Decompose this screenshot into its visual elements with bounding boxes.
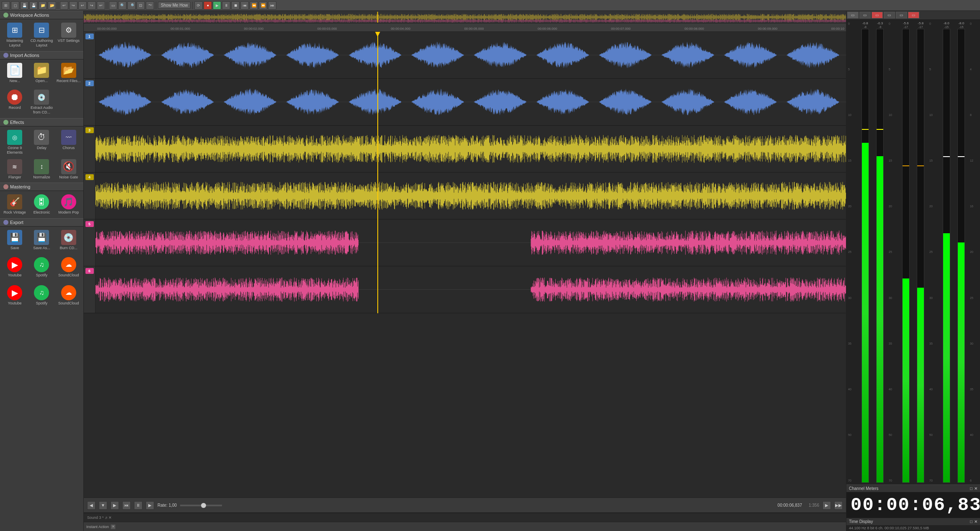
toolbar-btn-2[interactable]: ◻ (11, 1, 19, 10)
spotify-export-btn[interactable]: ♫ Spotify (28, 255, 54, 279)
chorus-btn[interactable]: 〰 Chorus (56, 128, 82, 157)
track-4-content[interactable] (95, 173, 846, 219)
playhead[interactable] (377, 32, 378, 313)
record-btn[interactable]: ⏺ Record (2, 88, 28, 116)
toolbar-btn-redo2[interactable]: ↪ (88, 1, 96, 10)
workspace-actions-grid: ⊞ Mastering Layout ⊟ CD Authoring Layout… (0, 19, 83, 51)
track-5-badge: 5 (85, 221, 94, 227)
time-display-close[interactable]: ✕ (974, 519, 977, 524)
meter-tab-1[interactable]: ▭ (847, 12, 859, 18)
rate-slider[interactable] (180, 505, 222, 506)
noise-gate-btn[interactable]: 🔇 Noise Gate (56, 157, 82, 181)
meter-tab-6[interactable]: ▭ (908, 12, 919, 18)
soundcloud-export-btn[interactable]: ☁ SoundCloud (56, 255, 82, 279)
cd-authoring-btn[interactable]: ⊟ CD Authoring Layout (28, 21, 54, 49)
transport-scroll-right[interactable]: ▶ (111, 501, 119, 510)
tech-info-bar: 44.100 Hz 8 bit 6 ch. 00:00:10,025 27.59… (846, 525, 980, 531)
toolbar-btn-6[interactable]: 📂 (48, 1, 56, 10)
ozone-btn[interactable]: ◎ Ozone 9 Elements (2, 128, 28, 157)
toolbar-btn-1[interactable]: ⊞ (2, 1, 10, 10)
youtube-export-btn[interactable]: ▶ Youtube (2, 255, 28, 279)
time-display-toggle[interactable]: □ (970, 519, 972, 524)
meter-ch1-sub: -8 (864, 26, 867, 28)
meter-tab-4[interactable]: ▭ (884, 12, 895, 18)
recent-files-btn[interactable]: 📂 Recent Files... (56, 61, 82, 85)
track-5-content[interactable] (95, 219, 846, 266)
open-file-btn[interactable]: 📁 Open... (28, 61, 54, 85)
meter-tab-3[interactable]: ▭ (872, 12, 883, 18)
toolbar-btn-wave[interactable]: 〜 (146, 1, 154, 10)
meter-channel-6: -8.0 -15 (954, 21, 969, 483)
time-display-controls: □ ✕ (970, 519, 977, 524)
meter-group-2: -5.6 -17 -5.8 -17 (899, 21, 928, 483)
meter-channel-2: -0.3 -9 (873, 21, 887, 483)
transport-play-2[interactable]: ⏸ (134, 501, 142, 510)
flanger-btn[interactable]: ≋ Flanger (2, 157, 28, 181)
electronic-icon: 🎛 (34, 194, 49, 209)
transport-play-3[interactable]: ▶ (146, 501, 154, 510)
save-as-btn[interactable]: 💾 Save As... (28, 228, 54, 252)
meter-ch3-sub: -17 (904, 26, 908, 28)
track-6-waveform (95, 266, 846, 313)
meter-tab-5[interactable]: ▭ (896, 12, 907, 18)
track-6-content[interactable] (95, 266, 846, 313)
burn-cd-btn[interactable]: 💿 Burn CD... (56, 228, 82, 252)
track-2-content[interactable] (95, 79, 846, 125)
new-file-btn[interactable]: 📄 New... (2, 61, 28, 85)
delay-btn[interactable]: ⏱ Delay (28, 128, 54, 157)
transport-prev[interactable]: ⏮ (240, 1, 249, 10)
meter-fill-2 (877, 156, 883, 482)
toolbar-btn-5[interactable]: 📁 (39, 1, 47, 10)
toolbar-btn-4[interactable]: 💾 (29, 1, 38, 10)
youtube-import-btn[interactable]: ▶ Youtube (2, 284, 28, 307)
instant-action-close[interactable]: ✕ (111, 524, 116, 529)
toolbar-btn-zoom2[interactable]: ⊡ (137, 1, 145, 10)
mastering-layout-btn[interactable]: ⊞ Mastering Layout (2, 21, 28, 49)
transport-loop[interactable]: ⟳ (194, 1, 203, 10)
normalize-btn[interactable]: ↕ Normalize (28, 157, 54, 181)
transport-rew[interactable]: ⏪ (250, 1, 258, 10)
channel-meters-close[interactable]: ✕ (974, 486, 977, 491)
transport-to-start[interactable]: ⏮ (122, 501, 131, 510)
meter-channel-3: -5.6 -17 (899, 21, 913, 483)
scroll-right-btn[interactable]: ▶ (823, 501, 831, 510)
track-2-waveform (95, 79, 846, 125)
import-actions-grid: 📄 New... 📁 Open... 📂 Recent Files... (0, 59, 83, 87)
transport-scroll-down[interactable]: ▼ (99, 501, 107, 510)
meter-tab-2[interactable]: ▭ (859, 12, 871, 18)
spotify-import-btn[interactable]: ♫ Spotify (28, 284, 54, 307)
track-1-content[interactable] (95, 32, 846, 78)
track-area[interactable]: 00:00:00.000 00:00:01.000 00:00:02.000 0… (84, 23, 846, 497)
transport-stop[interactable]: ⏹ (231, 1, 240, 10)
transport-fwd[interactable]: ⏩ (259, 1, 267, 10)
toolbar-btn-select[interactable]: ▭ (109, 1, 117, 10)
channel-meters-controls: □ ✕ (970, 486, 977, 491)
toolbar-btn-undo[interactable]: ↩ (60, 1, 68, 10)
meter-ch5-peak: -8.0 (944, 21, 949, 25)
extract-audio-btn[interactable]: 💿 Extract Audio from CD... (28, 88, 54, 116)
meter-peak-1 (862, 129, 869, 130)
toolbar-btn-3[interactable]: 💾 (20, 1, 28, 10)
toolbar-btn-redo[interactable]: ↪ (69, 1, 77, 10)
transport-scroll-left[interactable]: ◀ (87, 501, 95, 510)
rock-vintage-btn[interactable]: 🎸 Rock Vintage (2, 193, 28, 217)
track-3-content[interactable] (95, 126, 846, 172)
toolbar-btn-zoom-out[interactable]: 🔎 (127, 1, 136, 10)
electronic-btn[interactable]: 🎛 Electronic (28, 193, 54, 217)
toolbar-btn-undo3[interactable]: ↩ (97, 1, 105, 10)
toolbar-btn-undo2[interactable]: ↩ (78, 1, 87, 10)
modern-pop-btn[interactable]: 🎵 Modern Pop (56, 193, 82, 217)
toolbar-btn-zoom-in[interactable]: 🔍 (118, 1, 126, 10)
transport-pause[interactable]: ⏸ (222, 1, 230, 10)
normalize-icon: ↕ (34, 159, 49, 174)
transport-next[interactable]: ⏭ (268, 1, 276, 10)
show-me-how-button[interactable]: Show Me How (158, 2, 191, 9)
save-btn[interactable]: 💾 Save (2, 228, 28, 252)
soundcloud-import-btn[interactable]: ☁ SoundCloud (56, 284, 82, 307)
scroll-right-btn2[interactable]: ▶▶ (834, 501, 843, 510)
vst-settings-btn[interactable]: ⚙ VST Settings (56, 21, 82, 49)
channel-meters-toggle[interactable]: □ (970, 486, 972, 491)
spotify-export-label: Spotify (36, 273, 48, 278)
transport-play[interactable]: ▶ (213, 1, 221, 10)
transport-record-btn[interactable]: ● (204, 1, 212, 10)
